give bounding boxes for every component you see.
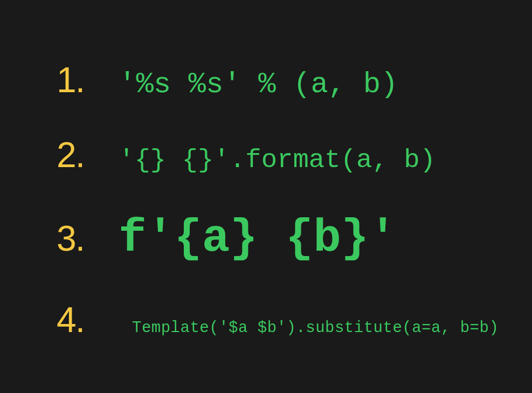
line-number-1: 1. [57, 59, 119, 100]
code-examples-container: 1. '%s %s' % (a, b) 2. '{} {}'.format(a,… [0, 0, 532, 340]
line-number-2: 2. [57, 134, 119, 175]
code-template-substitute: Template('$a $b').substitute(a=a, b=b) [119, 319, 499, 337]
code-str-format: '{} {}'.format(a, b) [119, 145, 436, 175]
example-line-4: 4. Template('$a $b').substitute(a=a, b=b… [57, 299, 532, 340]
example-line-1: 1. '%s %s' % (a, b) [57, 59, 532, 101]
code-f-string: f'{a} {b}' [119, 212, 397, 265]
code-percent-formatting: '%s %s' % (a, b) [119, 68, 398, 101]
line-number-3: 3. [57, 218, 119, 259]
example-line-3: 3. f'{a} {b}' [57, 212, 532, 265]
example-line-2: 2. '{} {}'.format(a, b) [57, 134, 532, 175]
line-number-4: 4. [57, 299, 119, 340]
